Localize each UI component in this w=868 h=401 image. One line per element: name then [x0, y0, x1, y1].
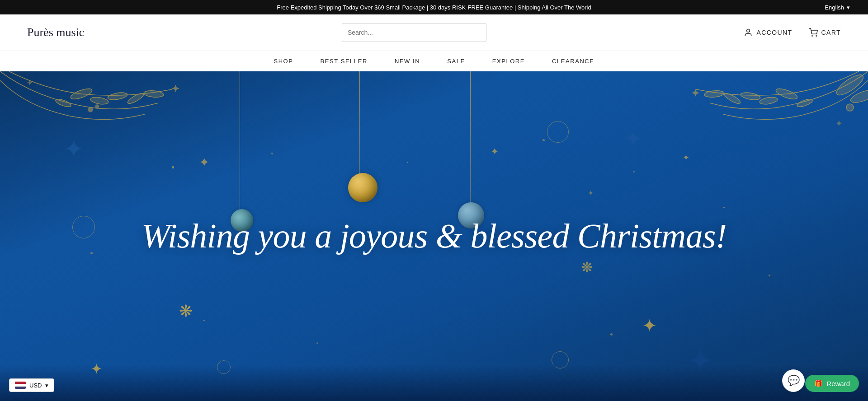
- svg-point-5: [70, 87, 93, 101]
- reward-label: Reward: [826, 380, 850, 387]
- dot-11: [769, 275, 770, 276]
- star-deco-3: ✦: [90, 360, 103, 378]
- account-label: ACCOUNT: [756, 29, 792, 36]
- deco-circle-2: [547, 121, 569, 143]
- svg-point-18: [796, 98, 813, 108]
- nav-item-clearance[interactable]: CLEARANCE: [552, 56, 594, 66]
- hero-bottom-gradient: [0, 365, 868, 401]
- currency-code: USD: [29, 382, 42, 389]
- svg-point-7: [107, 91, 128, 101]
- poinsettia-2: ❋: [581, 259, 593, 276]
- reward-icon: 🎁: [814, 379, 823, 387]
- announcement-text: Free Expedited Shipping Today Over $69 S…: [277, 4, 591, 11]
- account-link[interactable]: ACCOUNT: [744, 28, 792, 37]
- dot-10: [90, 252, 93, 254]
- svg-point-23: [846, 104, 854, 111]
- dot-8: [316, 342, 318, 344]
- svg-point-4: [816, 36, 816, 37]
- svg-text:✦: ✦: [172, 84, 179, 93]
- svg-point-6: [90, 96, 109, 106]
- svg-point-15: [775, 87, 798, 101]
- svg-point-3: [811, 36, 812, 37]
- cart-label: CART: [821, 29, 841, 36]
- dot-1: [172, 166, 174, 168]
- nav-item-shop[interactable]: SHOP: [274, 56, 293, 66]
- deco-circle-1: [72, 216, 95, 238]
- dot-7: [610, 333, 613, 336]
- svg-point-16: [759, 96, 778, 106]
- dot-2: [271, 153, 273, 154]
- floral-top-left-decoration: ✦ ✦: [0, 71, 226, 162]
- svg-point-12: [95, 105, 99, 108]
- svg-point-19: [723, 92, 742, 105]
- language-selector[interactable]: English ▾: [825, 4, 850, 11]
- header: Purès music ACCOUNT CART: [0, 14, 868, 51]
- dot-3: [407, 162, 408, 163]
- logo[interactable]: Purès music: [27, 26, 84, 39]
- announcement-bar: Free Expedited Shipping Today Over $69 S…: [0, 0, 868, 14]
- nav-item-sale[interactable]: SALE: [447, 56, 465, 66]
- svg-text:✦: ✦: [836, 120, 842, 127]
- nav-item-new-in[interactable]: NEW IN: [395, 56, 420, 66]
- chat-button[interactable]: 💬: [782, 369, 805, 392]
- main-navigation: SHOP BEST SELLER NEW IN SALE EXPLORE CLE…: [0, 51, 868, 71]
- deco-circle-4: [552, 351, 569, 368]
- nav-item-explore[interactable]: EXPLORE: [492, 56, 525, 66]
- flag-icon: [15, 382, 26, 389]
- star-deco-2: ✦: [491, 146, 499, 158]
- svg-point-8: [55, 98, 72, 108]
- ornament-string-3: [470, 71, 471, 216]
- currency-arrow: ▾: [45, 382, 48, 389]
- cart-link[interactable]: CART: [809, 28, 841, 37]
- dot-9: [723, 207, 725, 208]
- hero-section: ✦ ✦ ✦ ✦: [0, 71, 868, 401]
- star-deco-4: ✦: [642, 315, 657, 336]
- search-input[interactable]: [348, 29, 481, 36]
- svg-point-17: [740, 91, 761, 101]
- hero-headline: Wishing you a joyous & blessed Christmas…: [142, 217, 727, 255]
- hero-content: Wishing you a joyous & blessed Christmas…: [142, 217, 727, 255]
- chat-icon: 💬: [788, 375, 800, 387]
- cart-icon: [809, 28, 818, 37]
- ornament-string-1: [240, 71, 240, 225]
- blue-star-2: ✦: [624, 126, 643, 152]
- svg-text:✦: ✦: [27, 79, 33, 86]
- reward-button[interactable]: 🎁 Reward: [805, 375, 859, 392]
- star-deco-6: ✦: [588, 189, 594, 197]
- nav-item-best-seller[interactable]: BEST SELLER: [321, 56, 368, 66]
- search-bar: [342, 23, 486, 42]
- account-icon: [744, 28, 753, 37]
- dot-4: [542, 139, 545, 141]
- dot-5: [633, 171, 635, 173]
- floral-top-right-decoration: ✦ ✦: [642, 71, 868, 171]
- poinsettia-1: ❋: [179, 302, 193, 321]
- svg-point-2: [747, 29, 750, 33]
- svg-point-11: [88, 107, 93, 112]
- svg-text:✦: ✦: [692, 88, 699, 98]
- svg-point-9: [127, 92, 145, 105]
- deco-circle-3: [217, 360, 231, 374]
- dot-6: [203, 320, 205, 321]
- currency-selector[interactable]: USD ▾: [9, 378, 54, 392]
- header-right: ACCOUNT CART: [744, 28, 841, 37]
- ornament-gold-center: [348, 173, 377, 202]
